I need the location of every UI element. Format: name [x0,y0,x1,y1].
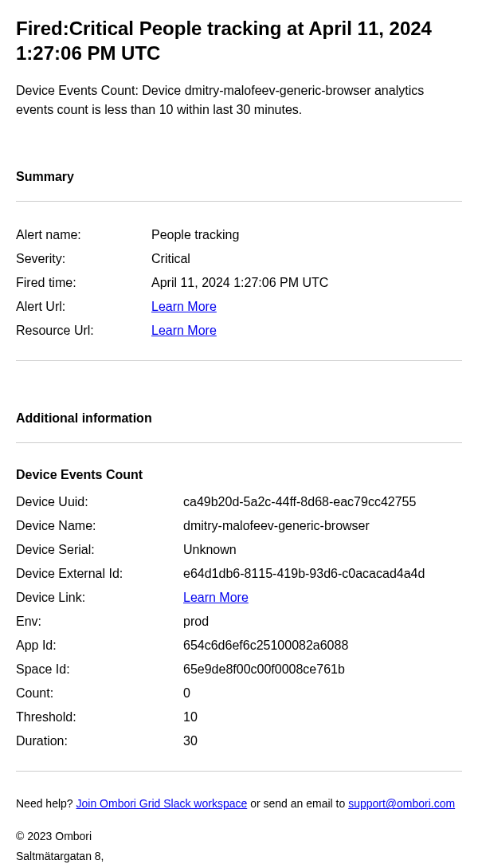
table-row: Env: prod [16,612,462,631]
threshold-label: Threshold: [16,708,183,727]
address-line1: Saltmätargatan 8, [16,848,462,865]
alert-name-value: People tracking [151,226,462,245]
summary-table: Alert name: People tracking Severity: Cr… [16,226,462,340]
resource-url-link[interactable]: Learn More [151,324,217,337]
table-row: Duration: 30 [16,732,462,751]
page-title: Fired:Critical People tracking at April … [16,16,462,65]
device-name-label: Device Name: [16,516,183,536]
table-row: Alert Url: Learn More [16,297,462,316]
table-row: Space Id: 65e9de8f00c00f0008ce761b [16,660,462,679]
space-id-value: 65e9de8f00c00f0008ce761b [183,660,462,679]
env-label: Env: [16,612,183,631]
fired-time-value: April 11, 2024 1:27:06 PM UTC [151,273,462,293]
additional-heading: Additional information [16,409,462,428]
divider [16,360,462,361]
device-link-link[interactable]: Learn More [183,591,249,604]
support-email-link[interactable]: support@ombori.com [348,797,455,810]
count-label: Count: [16,684,183,703]
env-value: prod [183,612,462,631]
details-table: Device Events Count Device Uuid: ca49b20… [16,465,462,751]
table-row: Fired time: April 11, 2024 1:27:06 PM UT… [16,273,462,293]
device-external-id-value: e64d1db6-8115-419b-93d6-c0acacad4a4d [183,564,462,583]
divider [16,201,462,202]
duration-label: Duration: [16,732,183,751]
divider [16,771,462,772]
table-row: Severity: Critical [16,249,462,269]
device-uuid-value: ca49b20d-5a2c-44ff-8d68-eac79cc42755 [183,493,462,512]
help-middle: or send an email to [247,797,348,810]
table-row: App Id: 654c6d6ef6c25100082a6088 [16,636,462,655]
alert-name-label: Alert name: [16,226,151,245]
summary-section: Summary Alert name: People tracking Seve… [16,167,462,361]
threshold-value: 10 [183,708,462,727]
copyright: © 2023 Ombori [16,828,462,845]
device-name-value: dmitry-malofeev-generic-browser [183,516,462,536]
help-prefix: Need help? [16,797,76,810]
fired-time-label: Fired time: [16,273,151,293]
details-heading: Device Events Count [16,465,462,485]
table-row: Alert name: People tracking [16,226,462,245]
alert-description: Device Events Count: Device dmitry-malof… [16,81,462,120]
device-link-label: Device Link: [16,588,183,607]
table-row: Resource Url: Learn More [16,321,462,340]
alert-url-link[interactable]: Learn More [151,300,217,313]
severity-value: Critical [151,249,462,269]
app-id-value: 654c6d6ef6c25100082a6088 [183,636,462,655]
severity-label: Severity: [16,249,151,269]
alert-url-label: Alert Url: [16,297,151,316]
table-row: Device Name: dmitry-malofeev-generic-bro… [16,516,462,536]
device-serial-value: Unknown [183,540,462,560]
table-row: Device Uuid: ca49b20d-5a2c-44ff-8d68-eac… [16,493,462,512]
additional-section: Additional information Device Events Cou… [16,409,462,772]
device-serial-label: Device Serial: [16,540,183,560]
summary-heading: Summary [16,167,462,187]
help-text: Need help? Join Ombori Grid Slack worksp… [16,795,462,812]
count-value: 0 [183,684,462,703]
device-uuid-label: Device Uuid: [16,493,183,512]
device-external-id-label: Device External Id: [16,564,183,583]
copyright-block: © 2023 Ombori Saltmätargatan 8, 113 59 S… [16,828,462,868]
slack-link[interactable]: Join Ombori Grid Slack workspace [76,797,248,810]
space-id-label: Space Id: [16,660,183,679]
table-row: Threshold: 10 [16,708,462,727]
divider [16,442,462,443]
table-row: Device Link: Learn More [16,588,462,607]
resource-url-label: Resource Url: [16,321,151,340]
table-row: Device Serial: Unknown [16,540,462,560]
footer: Need help? Join Ombori Grid Slack worksp… [16,795,462,868]
table-row: Count: 0 [16,684,462,703]
table-row: Device External Id: e64d1db6-8115-419b-9… [16,564,462,583]
duration-value: 30 [183,732,462,751]
app-id-label: App Id: [16,636,183,655]
